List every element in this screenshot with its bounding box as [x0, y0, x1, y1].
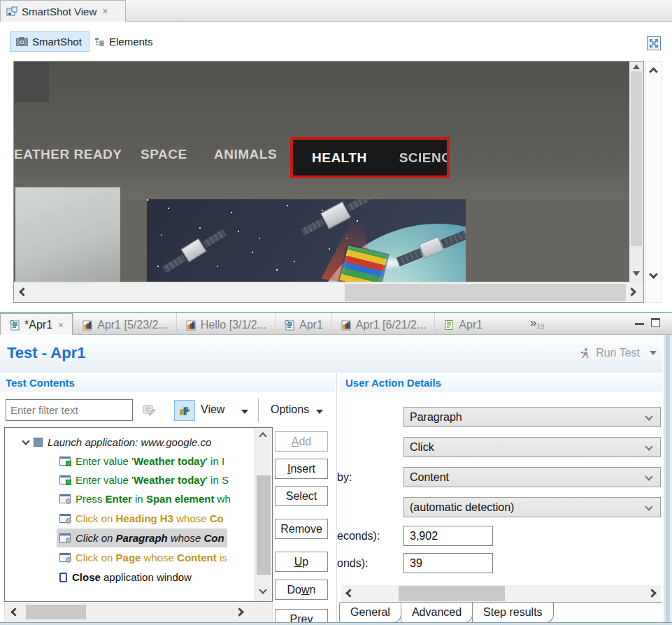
tab-overflow-button[interactable]: »19: [530, 316, 545, 331]
tab-step-results[interactable]: Step results: [472, 603, 553, 623]
element-type-select[interactable]: Paragraph: [403, 407, 661, 427]
editor-tab-label: Hello [3/1/2...: [201, 319, 266, 331]
action-select[interactable]: Click: [403, 437, 661, 457]
scroll-right-icon[interactable]: [648, 589, 657, 598]
scroll-up-icon[interactable]: [649, 67, 658, 76]
run-test-button[interactable]: Run Test: [580, 347, 657, 359]
scrollbar-thumb[interactable]: [631, 71, 642, 246]
tree-item-text: Enter value 'Weather today' in S: [76, 474, 229, 486]
close-icon[interactable]: ×: [58, 319, 64, 331]
tab-advanced[interactable]: Advanced: [401, 603, 473, 623]
chevron-down-icon[interactable]: [650, 351, 657, 355]
tree-item-body[interactable]: Enter value 'Weather today' in I: [57, 452, 227, 470]
tree-item-3[interactable]: Enter value 'Weather today' in S: [5, 470, 254, 489]
detection-select[interactable]: (automatic detection): [403, 497, 661, 517]
add-button[interactable]: Add: [275, 431, 328, 452]
click-step-icon: [59, 514, 71, 523]
tree-item-body[interactable]: Click on Paragraph whose Con: [57, 529, 227, 547]
elements-mode-button[interactable]: Elements: [90, 31, 159, 52]
maximize-view-icon[interactable]: [647, 36, 661, 50]
close-icon[interactable]: ×: [102, 6, 108, 17]
nav-science: SCIENC: [399, 150, 450, 166]
nav-health: HEALTH: [312, 150, 367, 166]
seconds-input[interactable]: 39: [403, 553, 493, 573]
scroll-down-icon[interactable]: [633, 271, 640, 276]
view-vertical-scrollbar[interactable]: [645, 61, 662, 303]
editor-tab-label: Apr1 [5/23/2...: [97, 319, 168, 331]
tree-vertical-scrollbar[interactable]: [254, 428, 272, 601]
user-action-details-header: User Action Details: [340, 373, 662, 392]
chevron-down-icon[interactable]: [241, 410, 248, 414]
chevron-down-icon[interactable]: [22, 437, 29, 445]
test-contents-header: Test Contents: [0, 373, 335, 392]
chevron-down-icon[interactable]: [316, 410, 323, 414]
editor-tab-2[interactable]: Apr1 [5/23/2...: [73, 313, 176, 336]
editor-tab-1[interactable]: *Apr1×: [0, 313, 73, 336]
details-horizontal-scrollbar[interactable]: [341, 585, 661, 602]
editor-tab-3[interactable]: Hello [3/1/2...: [176, 313, 275, 336]
view-tab-bar: SmartShot View ×: [0, 0, 672, 22]
tree-item-4[interactable]: Press Enter in Span element wh: [5, 489, 254, 508]
scroll-up-icon[interactable]: [259, 432, 266, 440]
scrollbar-thumb[interactable]: [399, 586, 505, 601]
scrollbar-thumb[interactable]: [345, 284, 626, 301]
scroll-right-icon[interactable]: [627, 287, 636, 296]
nav-item-2: SPACE: [141, 144, 187, 165]
filter-edit-icon[interactable]: [143, 404, 156, 416]
milliseconds-input[interactable]: 3,902: [403, 526, 493, 546]
remove-button[interactable]: Remove: [275, 519, 328, 539]
scroll-right-icon[interactable]: [235, 608, 244, 617]
tree-item-1[interactable]: Launch application: www.google.co: [5, 433, 254, 452]
test-icon: [284, 319, 295, 331]
scroll-down-icon[interactable]: [649, 270, 658, 279]
tree-item-8[interactable]: Close application window: [5, 568, 254, 587]
down-button[interactable]: Down: [275, 580, 328, 600]
satellite-illustration: [147, 199, 466, 282]
tree-item-7[interactable]: Click on Page whose Content is: [5, 548, 254, 567]
smartshot-canvas[interactable]: EATHER READYSPACEANIMALS HEALTH SCIENC ›: [13, 61, 644, 303]
editor-tab-4[interactable]: Apr1: [275, 313, 331, 336]
scroll-left-icon[interactable]: [10, 608, 20, 617]
tree-item-2[interactable]: Enter value 'Weather today' in I: [5, 452, 254, 470]
test-steps-tree[interactable]: Launch application: www.google.coEnter v…: [4, 427, 273, 602]
image-vertical-scrollbar[interactable]: [629, 62, 643, 282]
smartshot-mode-button[interactable]: SmartShot: [10, 31, 90, 52]
viewer-horizontal-scrollbar[interactable]: [14, 282, 643, 302]
scrollbar-thumb[interactable]: [26, 605, 86, 619]
group-by-icon-button[interactable]: [174, 400, 195, 421]
tree-item-body[interactable]: Click on Heading H3 whose Co: [57, 509, 227, 528]
tree-item-body[interactable]: Click on Page whose Content is: [57, 548, 230, 567]
editor-tab-5[interactable]: Apr1 [6/21/2...: [331, 313, 435, 336]
up-button[interactable]: Up: [275, 552, 328, 572]
tree-item-body[interactable]: Launch application: www.google.co: [20, 433, 214, 452]
filter-input[interactable]: [6, 399, 133, 421]
editor-tab-6[interactable]: Apr1: [434, 313, 491, 336]
tree-item-body[interactable]: Close application window: [57, 568, 194, 587]
close-step-icon: [59, 573, 67, 582]
minimize-icon[interactable]: [635, 323, 644, 325]
tab-smartshot-view[interactable]: SmartShot View ×: [0, 0, 126, 22]
scrollbar-thumb[interactable]: [257, 475, 271, 575]
chevron-down-icon: [645, 503, 652, 510]
view-dropdown[interactable]: View: [201, 403, 224, 416]
scroll-down-icon[interactable]: [259, 586, 266, 594]
maximize-icon[interactable]: [651, 318, 660, 327]
smartshot-button-label: SmartShot: [32, 36, 82, 48]
insert-button[interactable]: Insert: [275, 459, 328, 479]
nav-item-1: EATHER READY: [14, 144, 122, 165]
doc-icon: [443, 319, 455, 331]
tree-item-body[interactable]: Press Enter in Span element wh: [57, 489, 234, 508]
tab-general[interactable]: General: [339, 603, 401, 623]
select-button[interactable]: Select: [275, 486, 328, 506]
view-tab-title: SmartShot View: [22, 6, 96, 17]
result-icon: [82, 319, 93, 331]
tree-item-5[interactable]: Click on Heading H3 whose Co: [5, 509, 254, 528]
tree-item-6[interactable]: Click on Paragraph whose Con: [5, 529, 254, 547]
tree-item-body[interactable]: Enter value 'Weather today' in S: [57, 470, 231, 489]
scroll-left-icon[interactable]: [345, 589, 355, 598]
identify-by-select[interactable]: Content: [403, 467, 661, 487]
tree-horizontal-scrollbar[interactable]: [4, 603, 273, 622]
scroll-left-icon[interactable]: [19, 287, 28, 296]
scroll-up-icon[interactable]: [633, 64, 640, 69]
options-dropdown[interactable]: Options: [271, 403, 309, 416]
